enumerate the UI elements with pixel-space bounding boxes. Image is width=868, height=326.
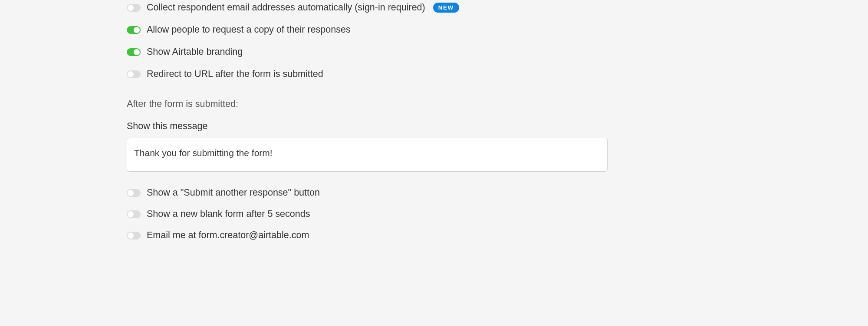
label-email-me: Email me at form.creator@airtable.com [147, 230, 309, 241]
toggle-blank-form[interactable] [127, 210, 141, 218]
label-collect-email: Collect respondent email addresses autom… [147, 2, 425, 13]
label-allow-copy: Allow people to request a copy of their … [147, 24, 351, 35]
message-field-label: Show this message [127, 121, 868, 132]
label-redirect-url: Redirect to URL after the form is submit… [147, 69, 323, 80]
toggle-collect-email[interactable] [127, 4, 141, 12]
after-submit-header: After the form is submitted: [127, 99, 868, 110]
toggle-submit-another[interactable] [127, 189, 141, 197]
toggle-redirect-url[interactable] [127, 70, 141, 78]
toggle-email-me[interactable] [127, 232, 141, 240]
confirmation-message-input[interactable] [127, 138, 608, 172]
badge-new: NEW [433, 3, 459, 13]
label-blank-form: Show a new blank form after 5 seconds [147, 209, 310, 220]
label-submit-another: Show a "Submit another response" button [147, 187, 320, 198]
label-show-branding: Show Airtable branding [147, 47, 243, 57]
toggle-allow-copy[interactable] [127, 26, 141, 34]
toggle-show-branding[interactable] [127, 48, 141, 56]
